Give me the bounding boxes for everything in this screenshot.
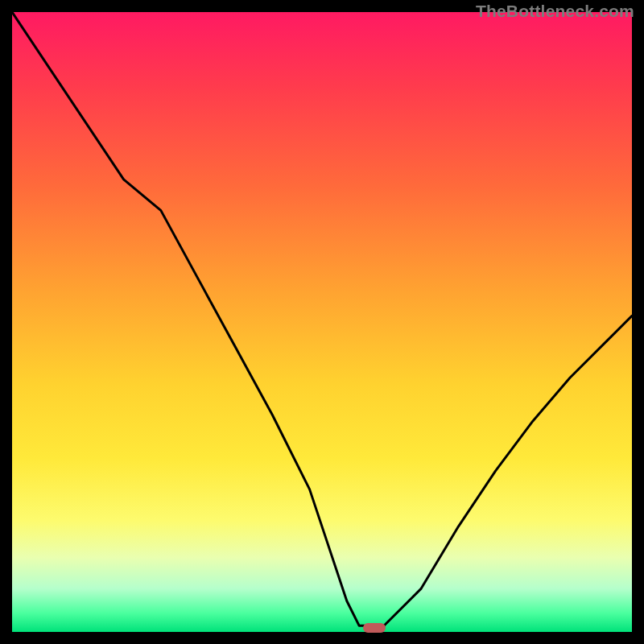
optimum-marker	[363, 623, 386, 633]
bottleneck-curve	[12, 12, 632, 632]
watermark-text: TheBottleneck.com	[476, 2, 634, 21]
plot-area	[12, 12, 632, 632]
chart-frame: TheBottleneck.com	[0, 0, 644, 644]
